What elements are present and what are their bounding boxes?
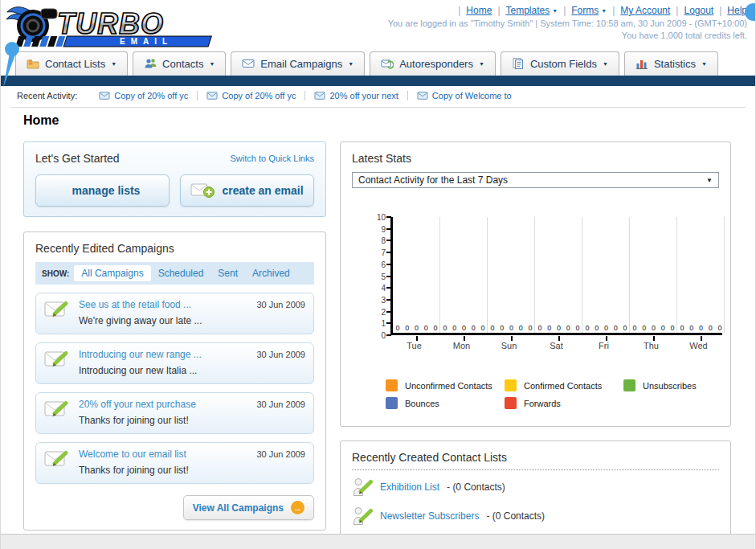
main-nav-tab[interactable]: Email Campaigns ▼ [231, 51, 365, 76]
contact-lists-icon [27, 57, 39, 70]
manage-lists-button[interactable]: manage lists [35, 174, 170, 207]
create-email-button[interactable]: create an email [180, 174, 314, 207]
switch-to-quick-links-link[interactable]: Switch to Quick Links [230, 154, 314, 163]
y-axis-tick [386, 287, 391, 289]
email-icon [417, 91, 428, 100]
chevron-down-icon: ▼ [603, 61, 608, 67]
chart-gridline [487, 217, 488, 333]
campaign-row[interactable]: Introducing our new range ... Introducin… [35, 342, 314, 384]
x-axis-day-label: Thu [627, 341, 675, 350]
chevron-down-icon: ▼ [706, 177, 713, 184]
contact-list-items: Exhibition List - (0 Contacts) Newslette… [352, 470, 719, 528]
contact-list-item[interactable]: Newsletter Subscribers - (0 Contacts) [352, 499, 719, 528]
campaign-filter-link[interactable]: Archived [245, 265, 297, 281]
campaign-row[interactable]: Welcome to our email list Thanks for joi… [35, 442, 314, 484]
chart-legend: Unconfirmed Contacts Confirmed Contacts … [386, 379, 747, 415]
top-nav-item: | Templates ▼ [492, 5, 558, 16]
envelope-pencil-icon [44, 299, 72, 320]
y-axis-tick-label: 3 [366, 296, 386, 305]
chart-value-label: 0 [652, 324, 656, 332]
top-nav-link[interactable]: Logout [684, 5, 713, 16]
campaign-filter-link[interactable]: Scheduled [151, 265, 211, 281]
email-icon [314, 91, 325, 100]
campaign-filter-link[interactable]: All Campaigns [74, 265, 150, 281]
chart-value-label: 0 [661, 324, 665, 332]
top-nav-link[interactable]: My Account [620, 5, 670, 16]
top-nav-link[interactable]: Templates [506, 5, 550, 16]
campaign-title-link[interactable]: 20% off your next purchase [79, 399, 249, 410]
y-axis-tick-label: 6 [366, 260, 386, 269]
campaign-row[interactable]: See us at the retail food ... We're givi… [35, 293, 314, 334]
chart-value-label: 0 [462, 324, 466, 332]
y-axis-tick [386, 264, 391, 265]
campaigns-panel-title: Recently Edited Campaigns [35, 242, 314, 255]
campaign-subtitle: We're giving away our late ... [79, 315, 202, 326]
statistics-icon [635, 57, 648, 70]
chart-value-label: 0 [472, 324, 476, 332]
legend-label: Confirmed Contacts [524, 381, 602, 391]
chart-value-label: 0 [547, 324, 551, 332]
legend-swatch [505, 397, 517, 409]
contact-list-count: - (0 Contacts) [486, 510, 545, 522]
chevron-down-icon: ▼ [209, 61, 215, 67]
legend-swatch [386, 397, 398, 409]
chevron-down-icon: ▼ [111, 61, 116, 67]
chart-value-label: 0 [443, 324, 447, 332]
legend-label: Unsubscribes [643, 381, 697, 391]
chart-value-label: 0 [500, 324, 504, 332]
chart-gridline [439, 217, 440, 333]
chart-value-label: 0 [529, 324, 533, 332]
chart-gridline [676, 217, 677, 333]
campaign-subtitle: Thanks for joining our list! [79, 465, 189, 476]
main-nav-tab[interactable]: Contact Lists ▼ [15, 51, 128, 76]
campaign-title-link[interactable]: See us at the retail food ... [79, 299, 249, 310]
legend-item: Bounces [386, 397, 505, 409]
annotation-pin-icon [2, 40, 22, 93]
chart-value-label: 0 [632, 324, 636, 332]
top-nav-item: | Logout ▼ [670, 5, 713, 16]
recent-activity-item[interactable]: Copy of 20% off yc [90, 91, 197, 100]
footer-bar [1, 534, 755, 549]
chart-value-label: 0 [585, 324, 589, 332]
recent-activity-item[interactable]: Copy of 20% off yc [197, 91, 304, 100]
y-axis-tick-label: 9 [366, 225, 386, 234]
chart-value-labels: 00000 [440, 324, 488, 332]
nav-separator: | [458, 5, 460, 16]
chart-value-labels: 00000 [677, 324, 725, 332]
main-nav-tab[interactable]: Autoresponders ▼ [370, 51, 496, 76]
contact-list-link[interactable]: Newsletter Subscribers [380, 510, 479, 522]
campaign-title-link[interactable]: Introducing our new range ... [79, 349, 249, 360]
x-axis-day-label: Wed [675, 341, 722, 350]
top-nav-link[interactable]: Forms [571, 5, 599, 16]
y-axis-tick-label: 2 [366, 308, 386, 317]
legend-label: Unconfirmed Contacts [405, 381, 492, 391]
main-nav-tab[interactable]: Statistics ▼ [624, 51, 718, 76]
campaign-title-link[interactable]: Welcome to our email list [79, 449, 249, 460]
y-axis-tick [386, 216, 391, 218]
main-nav-tab[interactable]: Contacts ▼ [133, 51, 226, 76]
contact-list-link[interactable]: Exhibition List [380, 481, 439, 493]
campaign-filter-link[interactable]: Sent [210, 265, 245, 281]
login-info: You are logged in as "Timothy Smith" | S… [388, 18, 747, 28]
recent-activity-item-label: 20% off your next [329, 91, 398, 100]
recent-activity-item[interactable]: Copy of Welcome to [407, 91, 521, 100]
chart-value-label: 0 [415, 324, 419, 332]
contact-list-item[interactable]: Exhibition List - (0 Contacts) [352, 470, 719, 499]
envelope-pencil-icon [44, 399, 72, 420]
chevron-down-icon: ▼ [601, 8, 607, 14]
campaign-row[interactable]: 20% off your next purchase Thanks for jo… [35, 392, 314, 434]
main-nav-tab[interactable]: Custom Fields ▼ [501, 51, 619, 76]
stats-period-select[interactable]: Contact Activity for the Last 7 Days ▼ [352, 172, 719, 188]
y-axis-tick [386, 334, 391, 336]
legend-item: Forwards [505, 397, 623, 409]
chart-value-labels: 00000 [488, 324, 535, 332]
recent-activity-item[interactable]: 20% off your next [304, 91, 407, 100]
tab-label: Email Campaigns [260, 58, 342, 70]
chart-value-label: 0 [557, 324, 561, 332]
chart-value-label: 0 [452, 324, 456, 332]
recent-activity-item-label: Copy of 20% off yc [222, 91, 296, 100]
top-nav-link[interactable]: Home [466, 5, 492, 16]
chevron-down-icon: ▼ [479, 61, 484, 67]
legend-swatch [505, 379, 517, 391]
view-all-campaigns-button[interactable]: View All Campaigns → [183, 495, 314, 520]
